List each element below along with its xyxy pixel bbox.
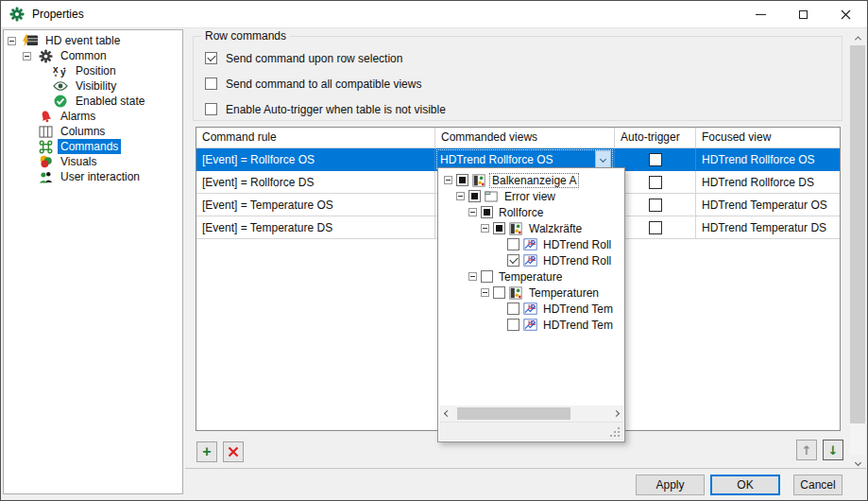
collapse-icon[interactable] <box>23 52 31 60</box>
auto-trigger-cell[interactable] <box>615 194 696 216</box>
tree-item-columns[interactable]: Columns <box>4 124 182 139</box>
checkbox[interactable] <box>205 52 217 64</box>
tree-item-position[interactable]: x y Position <box>4 63 182 78</box>
scrollbar-track[interactable] <box>850 45 865 455</box>
view-node-error-view[interactable]: Error view <box>439 188 623 204</box>
add-row-button[interactable]: + <box>196 441 217 462</box>
move-up-button[interactable]: ↑ <box>796 440 817 460</box>
scroll-left-button[interactable] <box>439 406 454 422</box>
focused-view-cell[interactable]: HDTrend Temperatur DS <box>696 216 840 238</box>
view-node-walzkraefte[interactable]: Walzkräfte <box>439 220 623 236</box>
checkbox[interactable] <box>468 190 481 202</box>
group-title: Row commands <box>201 29 290 43</box>
auto-trigger-checkbox[interactable] <box>649 199 662 212</box>
scrollbar-thumb[interactable] <box>850 45 865 423</box>
command-rule-cell[interactable]: [Event] = Rollforce OS <box>196 148 435 170</box>
delete-row-button[interactable] <box>223 441 244 462</box>
tree-item-common[interactable]: Common <box>4 48 182 63</box>
check-circle-icon <box>52 95 69 109</box>
users-icon <box>37 170 54 184</box>
view-node-hdtrend-roll-1[interactable]: HD HDTrend Roll <box>439 236 623 252</box>
collapse-icon[interactable] <box>456 192 465 200</box>
view-node-hdtrend-tem-1[interactable]: HD HDTrend Tem <box>439 301 623 317</box>
auto-trigger-checkbox[interactable] <box>649 176 662 189</box>
maximize-icon <box>799 10 808 19</box>
checkbox[interactable] <box>205 78 217 90</box>
tree-item-visibility[interactable]: Visibility <box>4 78 182 94</box>
collapse-icon[interactable] <box>8 37 16 45</box>
auto-trigger-checkbox[interactable] <box>649 153 662 166</box>
tree-item-label: Enabled state <box>73 94 147 109</box>
move-down-button[interactable]: ↓ <box>823 440 843 460</box>
view-node-label: HDTrend Tem <box>541 319 615 332</box>
close-button[interactable] <box>825 1 867 28</box>
option-enable-autotrigger[interactable]: Enable Auto-trigger when table is not vi… <box>205 102 446 116</box>
tree-item-commands[interactable]: Commands <box>4 139 182 154</box>
eye-icon <box>52 79 69 94</box>
cancel-button[interactable]: Cancel <box>793 475 842 495</box>
view-node-label: HDTrend Tem <box>541 302 615 316</box>
tree-item-alarms[interactable]: Alarms <box>4 109 182 124</box>
panel-vertical-scrollbar[interactable] <box>850 30 865 470</box>
focused-view-cell[interactable]: HDTrend Temperatur OS <box>696 194 840 216</box>
dropdown-resize-bar <box>439 422 623 441</box>
column-header-commanded-views[interactable]: Commanded views <box>435 128 615 147</box>
collapse-icon[interactable] <box>481 224 489 233</box>
checkbox[interactable] <box>481 206 493 218</box>
checkbox[interactable] <box>493 286 505 299</box>
view-node-temperaturen[interactable]: Temperaturen <box>439 285 623 301</box>
maximize-button[interactable] <box>782 1 825 28</box>
collapse-icon[interactable] <box>468 272 477 281</box>
ok-button[interactable]: OK <box>710 475 780 495</box>
command-rule-cell[interactable]: [Event] = Temperature OS <box>196 194 435 216</box>
checkbox[interactable] <box>507 254 519 267</box>
tree-item-visuals[interactable]: Visuals <box>4 154 182 169</box>
apply-button[interactable]: Apply <box>636 475 705 495</box>
checkbox[interactable] <box>493 222 505 234</box>
auto-trigger-cell[interactable] <box>615 216 696 238</box>
event-table-icon <box>22 34 39 48</box>
checkbox[interactable] <box>481 270 493 283</box>
tree-item-user-interaction[interactable]: User interaction <box>4 169 182 184</box>
combobox-dropdown-button[interactable] <box>595 150 611 168</box>
view-node-hdtrend-roll-2[interactable]: HD HDTrend Roll <box>439 252 623 268</box>
scroll-up-button[interactable] <box>850 30 865 45</box>
checkbox[interactable] <box>507 238 519 250</box>
dropdown-horizontal-scrollbar[interactable] <box>439 406 623 422</box>
view-node-temperature[interactable]: Temperature <box>439 268 623 285</box>
focused-view-cell[interactable]: HDTrend Rollforce DS <box>696 171 840 193</box>
view-node-hdtrend-tem-2[interactable]: HD HDTrend Tem <box>439 317 623 333</box>
column-header-auto-trigger[interactable]: Auto-trigger <box>615 128 696 147</box>
collapse-icon[interactable] <box>468 208 477 216</box>
auto-trigger-cell[interactable] <box>615 148 696 170</box>
tree-item-hd-event-table[interactable]: HD event table <box>4 33 182 48</box>
scrollbar-thumb[interactable] <box>457 407 570 420</box>
chevron-up-icon <box>854 36 860 43</box>
option-send-to-all-views[interactable]: Send command to all compatible views <box>205 77 421 91</box>
option-send-on-row-selection[interactable]: Send command upon row selection <box>205 51 402 65</box>
command-rule-cell[interactable]: [Event] = Temperature DS <box>196 216 435 238</box>
view-node-rollforce[interactable]: Rollforce <box>439 204 623 220</box>
command-icon <box>37 140 54 154</box>
focused-view-cell[interactable]: HDTrend Rollforce OS <box>696 148 840 170</box>
checkbox[interactable] <box>507 302 519 315</box>
option-label: Send command to all compatible views <box>226 78 421 91</box>
collapse-icon[interactable] <box>481 288 489 297</box>
command-rule-cell[interactable]: [Event] = Rollforce DS <box>196 171 435 193</box>
collapse-icon[interactable] <box>444 176 452 184</box>
resize-grip-icon[interactable] <box>618 435 620 437</box>
checkbox[interactable] <box>205 103 217 115</box>
view-node-balkenanzeige-a[interactable]: Balkenanzeige A <box>439 172 623 188</box>
column-header-focused-view[interactable]: Focused view <box>696 128 840 147</box>
auto-trigger-checkbox[interactable] <box>649 221 662 234</box>
red-x-icon <box>228 446 239 458</box>
checkbox[interactable] <box>456 174 468 186</box>
scroll-right-button[interactable] <box>608 406 623 422</box>
scrollbar-track[interactable] <box>454 406 608 422</box>
checkbox[interactable] <box>507 319 519 331</box>
column-header-command-rule[interactable]: Command rule <box>196 128 435 147</box>
auto-trigger-cell[interactable] <box>615 171 696 193</box>
svg-text:x: x <box>53 64 59 75</box>
tree-item-enabled-state[interactable]: Enabled state <box>4 94 182 109</box>
minimize-button[interactable] <box>740 1 782 28</box>
